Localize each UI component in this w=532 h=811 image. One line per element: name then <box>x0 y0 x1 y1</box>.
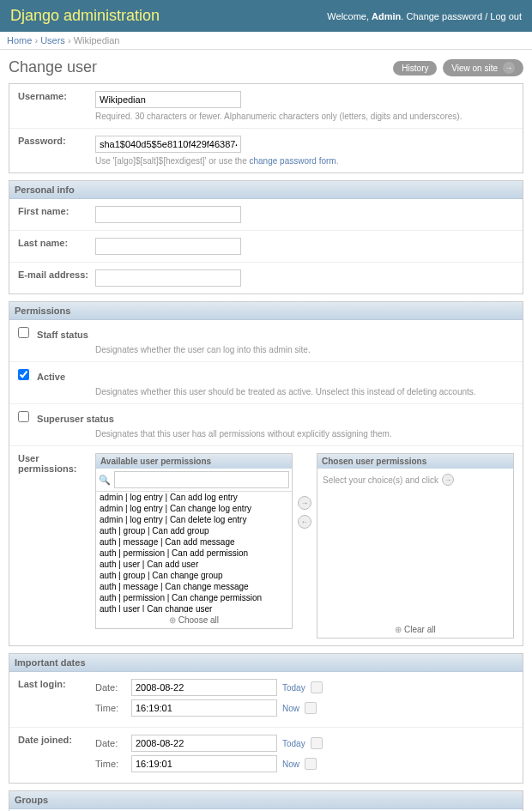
date-joined-label: Date joined: <box>18 735 90 745</box>
add-button[interactable]: → <box>298 496 311 510</box>
breadcrumb-home[interactable]: Home <box>7 35 32 45</box>
module-basic: Username: Required. 30 characters or few… <box>9 83 523 173</box>
permission-option[interactable]: auth | group | Can change group <box>96 570 292 581</box>
username-label: Username: <box>18 91 90 101</box>
staff-label[interactable]: Staff status <box>37 330 88 340</box>
email-input[interactable] <box>95 269 241 287</box>
chosen-permissions: Chosen user permissions Select your choi… <box>317 453 514 639</box>
date-joined-date-input[interactable] <box>131 735 277 752</box>
object-tools: History View on site <box>390 59 523 76</box>
change-password-link[interactable]: Change password <box>406 11 482 21</box>
superuser-checkbox[interactable] <box>18 411 29 422</box>
module-groups: Groups Groups: admin ✚ In addition to th… <box>9 790 523 811</box>
remove-button[interactable]: ← <box>298 515 311 529</box>
permission-option[interactable]: auth | user | Can change user <box>96 603 292 612</box>
permission-option[interactable]: auth | message | Can add message <box>96 536 292 548</box>
staff-help: Designates whether the user can log into… <box>95 345 514 354</box>
current-user: Admin <box>372 11 401 21</box>
email-label: E-mail address: <box>18 269 90 280</box>
row-username: Username: Required. 30 characters or few… <box>9 84 523 129</box>
last-login-date-input[interactable] <box>131 679 277 696</box>
chosen-title: Chosen user permissions <box>317 454 513 469</box>
row-email: E-mail address: <box>9 263 523 294</box>
calendar-icon[interactable] <box>311 737 323 749</box>
history-button[interactable]: History <box>393 61 437 76</box>
row-active: Active Designates whether this user shou… <box>9 362 523 404</box>
password-input[interactable] <box>95 136 241 153</box>
today-link[interactable]: Today <box>282 683 305 693</box>
logout-link[interactable]: Log out <box>490 11 522 21</box>
now-link[interactable]: Now <box>282 704 299 713</box>
active-checkbox[interactable] <box>18 369 29 380</box>
add-icon: → <box>442 474 454 486</box>
superuser-label[interactable]: Superuser status <box>37 414 114 424</box>
row-last-name: Last name: <box>9 231 523 263</box>
clock-icon[interactable] <box>305 758 317 770</box>
selector-filter: 🔍 <box>96 469 292 492</box>
username-input[interactable] <box>95 91 241 108</box>
row-first-name: First name: <box>9 199 523 231</box>
permission-option[interactable]: auth | permission | Can change permissio… <box>96 592 292 603</box>
welcome-text: Welcome, <box>327 11 369 21</box>
user-tools: Welcome, Admin. Change password / Log ou… <box>327 11 522 21</box>
search-icon: 🔍 <box>99 475 111 486</box>
time-sublabel: Time: <box>95 759 126 769</box>
chosen-help: Select your choice(s) and click → <box>317 469 513 491</box>
selector-buttons: → ← <box>298 453 311 529</box>
permission-option[interactable]: admin | log entry | Can change log entry <box>96 503 292 514</box>
section-groups: Groups <box>9 791 523 809</box>
change-password-form-link[interactable]: change password form <box>249 156 336 166</box>
view-on-site-button[interactable]: View on site <box>443 59 523 76</box>
site-title: Django administration <box>10 7 160 25</box>
row-password: Password: Use '[algo]$[salt]$[hexdigest]… <box>9 129 523 172</box>
chosen-select[interactable] <box>317 491 513 621</box>
permission-option[interactable]: auth | message | Can change message <box>96 581 292 592</box>
section-personal: Personal info <box>9 181 523 199</box>
last-name-label: Last name: <box>18 238 90 248</box>
row-staff: Staff status Designates whether the user… <box>9 320 523 362</box>
password-help: Use '[algo]$[salt]$[hexdigest]' or use t… <box>95 156 514 166</box>
breadcrumb-current: Wikipedian <box>74 35 120 45</box>
time-sublabel: Time: <box>95 703 126 713</box>
section-dates: Important dates <box>9 654 523 672</box>
breadcrumb-users[interactable]: Users <box>40 35 65 45</box>
today-link[interactable]: Today <box>282 739 305 748</box>
row-user-permissions: User permissions: Available user permiss… <box>9 446 523 645</box>
module-permissions: Permissions Staff status Designates whet… <box>9 301 523 646</box>
staff-checkbox[interactable] <box>18 327 29 338</box>
now-link[interactable]: Now <box>282 760 299 769</box>
available-permissions: Available user permissions 🔍 admin | log… <box>95 453 293 629</box>
module-personal: Personal info First name: Last name: E-m… <box>9 180 523 294</box>
permission-option[interactable]: auth | group | Can add group <box>96 525 292 536</box>
permission-filter-input[interactable] <box>114 471 289 488</box>
header: Django administration Welcome, Admin. Ch… <box>0 0 532 32</box>
choose-all-link[interactable]: Choose all <box>96 612 292 628</box>
branding: Django administration <box>10 7 160 25</box>
permission-option[interactable]: admin | log entry | Can add log entry <box>96 492 292 503</box>
permission-option[interactable]: auth | permission | Can add permission <box>96 548 292 559</box>
row-date-joined: Date joined: Date: Today Time: Now <box>9 728 523 783</box>
first-name-input[interactable] <box>95 206 241 223</box>
last-name-input[interactable] <box>95 238 241 255</box>
row-last-login: Last login: Date: Today Time: Now <box>9 672 523 728</box>
clear-all-link[interactable]: Clear all <box>317 621 513 638</box>
last-login-time-input[interactable] <box>131 699 277 717</box>
date-joined-time-input[interactable] <box>131 755 277 772</box>
row-superuser: Superuser status Designates that this us… <box>9 404 523 446</box>
date-sublabel: Date: <box>95 682 126 693</box>
last-login-label: Last login: <box>18 679 90 689</box>
available-title: Available user permissions <box>96 454 292 469</box>
section-permissions: Permissions <box>9 302 523 320</box>
first-name-label: First name: <box>18 206 90 216</box>
active-label[interactable]: Active <box>37 372 65 382</box>
clock-icon[interactable] <box>305 702 317 714</box>
permission-option[interactable]: admin | log entry | Can delete log entry <box>96 514 292 525</box>
module-dates: Important dates Last login: Date: Today … <box>9 653 523 784</box>
calendar-icon[interactable] <box>311 681 323 693</box>
superuser-help: Designates that this user has all permis… <box>95 429 514 439</box>
permission-option[interactable]: auth | user | Can add user <box>96 559 292 570</box>
date-sublabel: Date: <box>95 738 126 748</box>
breadcrumb: Home › Users › Wikipedian <box>0 32 532 50</box>
available-select[interactable]: admin | log entry | Can add log entryadm… <box>96 492 292 612</box>
permissions-selector: Available user permissions 🔍 admin | log… <box>95 453 514 639</box>
